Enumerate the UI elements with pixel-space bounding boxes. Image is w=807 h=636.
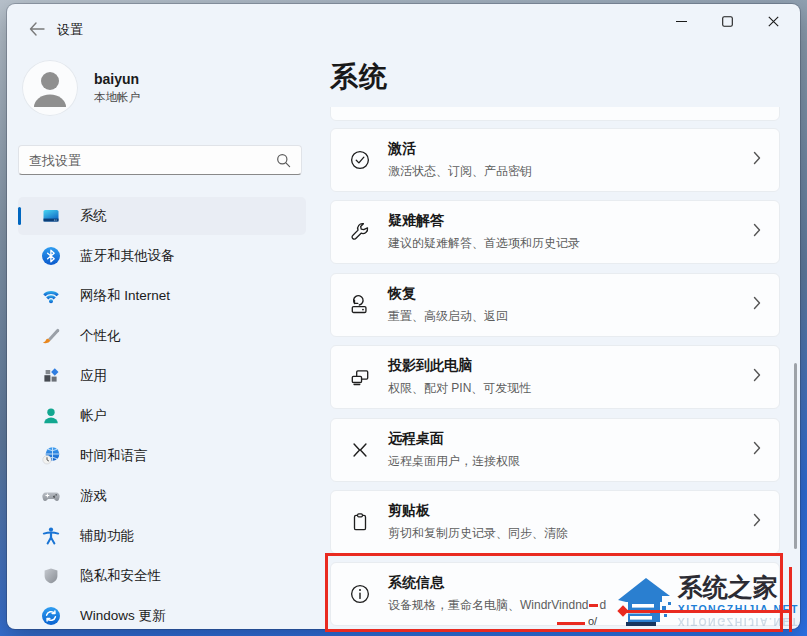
chevron-right-icon	[753, 223, 761, 241]
system-icon	[41, 206, 61, 226]
settings-window: 设置 baiyun 本地帐户	[7, 4, 800, 629]
vertical-scrollbar[interactable]	[794, 363, 797, 549]
sidebar-item-apps[interactable]: 应用	[18, 357, 306, 395]
minimize-icon	[676, 16, 687, 27]
sidebar-item-label: 应用	[80, 367, 107, 385]
card-title: 恢复	[388, 285, 753, 303]
chevron-right-icon	[753, 368, 761, 386]
red-highlight-rectangle	[325, 553, 783, 632]
windows-update-icon	[41, 606, 61, 626]
search-box[interactable]	[18, 145, 302, 175]
card-activation[interactable]: 激活 激活状态、订阅、产品密钥	[330, 128, 780, 192]
sidebar-item-label: 网络和 Internet	[80, 287, 170, 305]
sidebar-item-label: 蓝牙和其他设备	[80, 247, 175, 265]
close-icon	[768, 16, 779, 27]
remote-desktop-icon	[348, 438, 372, 462]
projection-icon	[348, 365, 372, 389]
back-button[interactable]	[21, 17, 53, 41]
sidebar-item-bluetooth[interactable]: 蓝牙和其他设备	[18, 237, 306, 275]
activation-icon	[348, 148, 372, 172]
card-title: 投影到此电脑	[388, 357, 753, 375]
window-title: 设置	[57, 21, 83, 39]
user-name: baiyun	[94, 71, 140, 87]
search-icon	[276, 153, 291, 168]
gaming-icon	[41, 486, 61, 506]
sidebar-item-label: 系统	[80, 207, 107, 225]
maximize-icon	[722, 16, 733, 27]
network-icon	[41, 286, 61, 306]
card-title: 激活	[388, 140, 753, 158]
card-projection[interactable]: 投影到此电脑 权限、配对 PIN、可发现性	[330, 345, 780, 409]
sidebar-item-network[interactable]: 网络和 Internet	[18, 277, 306, 315]
sidebar-item-accessibility[interactable]: 辅助功能	[18, 517, 306, 555]
card-subtitle: 激活状态、订阅、产品密钥	[388, 163, 753, 180]
settings-card-list: 激活 激活状态、订阅、产品密钥 疑难解答 建议的疑难解答、首选项和历史记录 恢复…	[330, 107, 783, 629]
accessibility-icon	[41, 526, 61, 546]
chevron-right-icon	[753, 513, 761, 531]
sidebar-item-personalization[interactable]: 个性化	[18, 317, 306, 355]
card-title: 剪贴板	[388, 502, 753, 520]
page-title: 系统	[330, 58, 388, 96]
back-arrow-icon	[29, 22, 45, 36]
sidebar-item-label: 辅助功能	[80, 527, 134, 545]
sidebar-item-label: 帐户	[80, 407, 107, 425]
search-input[interactable]	[29, 153, 276, 168]
maximize-button[interactable]	[704, 4, 750, 38]
red-line-artifact-short	[557, 622, 585, 625]
card-subtitle: 建议的疑难解答、首选项和历史记录	[388, 235, 753, 252]
close-button[interactable]	[750, 4, 796, 38]
user-account-type: 本地帐户	[94, 90, 140, 105]
recovery-icon	[348, 293, 372, 317]
card-subtitle: 权限、配对 PIN、可发现性	[388, 380, 753, 397]
sidebar-item-privacy[interactable]: 隐私和安全性	[18, 557, 306, 595]
sidebar-item-label: 个性化	[80, 327, 121, 345]
card-title: 疑难解答	[388, 212, 753, 230]
card-fragment[interactable]	[330, 107, 780, 121]
card-recovery[interactable]: 恢复 重置、高级启动、返回	[330, 273, 780, 337]
minimize-button[interactable]	[658, 4, 704, 38]
garbled-text-artifact: o/	[588, 615, 597, 627]
sidebar-item-gaming[interactable]: 游戏	[18, 477, 306, 515]
user-block[interactable]: baiyun 本地帐户	[22, 60, 140, 116]
sidebar-item-label: 隐私和安全性	[80, 567, 161, 585]
card-troubleshoot[interactable]: 疑难解答 建议的疑难解答、首选项和历史记录	[330, 200, 780, 264]
time-language-icon	[41, 446, 61, 466]
sidebar-item-label: 游戏	[80, 487, 107, 505]
avatar	[22, 60, 78, 116]
card-title: 远程桌面	[388, 430, 753, 448]
chevron-right-icon	[753, 296, 761, 314]
personalization-icon	[41, 326, 61, 346]
red-line-artifact	[621, 610, 792, 613]
caption-controls	[658, 4, 796, 38]
clipboard-icon	[348, 510, 372, 534]
sidebar-item-windows-update[interactable]: Windows 更新	[18, 597, 306, 629]
card-subtitle: 重置、高级启动、返回	[388, 308, 753, 325]
sidebar-item-system[interactable]: 系统	[18, 197, 306, 235]
sidebar-nav: 系统 蓝牙和其他设备 网络和 Internet 个性	[18, 197, 306, 629]
card-clipboard[interactable]: 剪贴板 剪切和复制历史记录、同步、清除	[330, 490, 780, 554]
privacy-icon	[41, 566, 61, 586]
sidebar-item-accounts[interactable]: 帐户	[18, 397, 306, 435]
user-avatar-icon	[22, 60, 78, 116]
troubleshoot-icon	[348, 220, 372, 244]
apps-icon	[41, 366, 61, 386]
chevron-right-icon	[753, 441, 761, 459]
sidebar-item-time-language[interactable]: 时间和语言	[18, 437, 306, 475]
bluetooth-icon	[41, 246, 61, 266]
red-line-artifact-vertical	[789, 567, 792, 632]
card-subtitle: 远程桌面用户，连接权限	[388, 453, 753, 470]
accounts-icon	[41, 406, 61, 426]
sidebar-item-label: 时间和语言	[80, 447, 148, 465]
sidebar-item-label: Windows 更新	[80, 607, 166, 625]
card-remote-desktop[interactable]: 远程桌面 远程桌面用户，连接权限	[330, 418, 780, 482]
chevron-right-icon	[753, 151, 761, 169]
card-subtitle: 剪切和复制历史记录、同步、清除	[388, 525, 753, 542]
